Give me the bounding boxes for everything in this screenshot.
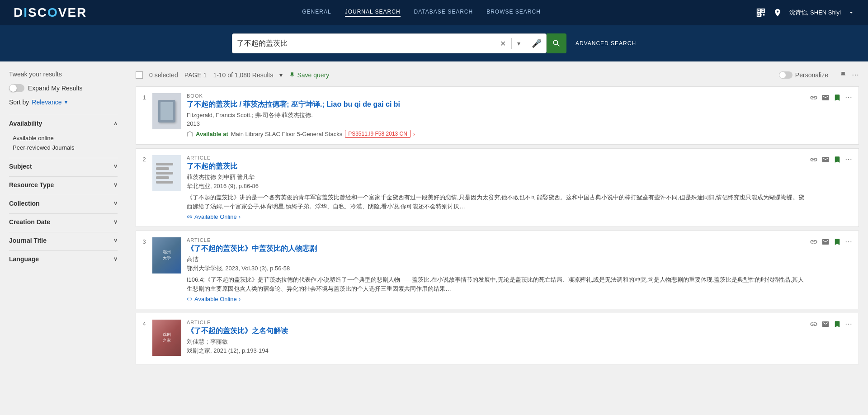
- resource-type-chevron-icon: ∨: [113, 182, 118, 188]
- subject-filter-title[interactable]: Subject ∨: [9, 158, 118, 174]
- bookmark-icon[interactable]: [833, 238, 841, 246]
- nav-browse-search[interactable]: BROWSE SEARCH: [486, 9, 541, 17]
- sort-row: Sort by Relevance ▾: [9, 99, 118, 106]
- result-meta: 鄂州大学学报, 2023, Vol.30 (3), p.56-58: [187, 264, 806, 273]
- subject-filter: Subject ∨: [9, 158, 118, 174]
- result-type: ARTICLE: [187, 155, 806, 160]
- save-query-button[interactable]: Save query: [289, 71, 329, 79]
- result-meta: 戏剧之家, 2021 (12), p.193-194: [187, 347, 806, 355]
- journal-title-filter-title[interactable]: Journal Title ∨: [9, 232, 118, 249]
- collection-chevron-icon: ∨: [113, 200, 118, 207]
- result-thumbnail: 戏剧之家: [152, 320, 181, 356]
- bookmark-icon[interactable]: [833, 156, 841, 164]
- search-scope-dropdown[interactable]: ▾: [517, 40, 520, 47]
- search-divider: [511, 38, 512, 49]
- clear-icon[interactable]: ✕: [500, 39, 506, 48]
- more-actions-icon[interactable]: ⋯: [845, 155, 852, 164]
- avail-label: Available at: [196, 131, 228, 137]
- collection-label: Collection: [9, 200, 40, 207]
- nav-general[interactable]: GENERAL: [302, 9, 331, 17]
- search-button[interactable]: [547, 33, 566, 53]
- select-all-checkbox[interactable]: [136, 71, 143, 79]
- microphone-icon[interactable]: 🎤: [532, 38, 542, 48]
- main-content: Tweak your results Expand My Results Sor…: [0, 61, 868, 415]
- sort-value[interactable]: Relevance: [32, 99, 61, 106]
- result-actions: ⋯: [810, 155, 852, 164]
- personalize-row: Personalize: [779, 71, 828, 79]
- svg-rect-8: [761, 15, 762, 16]
- bookmark-icon[interactable]: [833, 320, 841, 328]
- result-title[interactable]: 了不起的盖茨比: [187, 162, 806, 171]
- result-title[interactable]: 《了不起的盖茨比》之名句解读: [187, 326, 806, 336]
- availability-filter-title[interactable]: Availability ∧: [9, 115, 118, 132]
- more-actions-icon[interactable]: ⋯: [845, 93, 852, 102]
- journal-title-label: Journal Title: [9, 237, 47, 244]
- call-number: PS3511.I9 F58 2013 CN: [345, 130, 410, 138]
- link-icon[interactable]: [810, 94, 818, 102]
- email-icon[interactable]: [821, 156, 830, 164]
- collection-filter-title[interactable]: Collection ∨: [9, 195, 118, 212]
- expand-toggle[interactable]: [9, 84, 24, 92]
- result-number: 2: [136, 155, 152, 163]
- available-online-arrow: ›: [239, 213, 241, 220]
- advanced-search-link[interactable]: ADVANCED SEARCH: [576, 40, 636, 47]
- language-filter-title[interactable]: Language ∨: [9, 250, 118, 267]
- toggle-knob: [9, 85, 17, 92]
- thumb-line: [156, 181, 173, 184]
- user-name[interactable]: 沈诗怡, SHEN Shiyi: [789, 9, 841, 17]
- sort-chevron-icon[interactable]: ▾: [65, 99, 67, 105]
- svg-rect-3: [762, 10, 764, 12]
- qr-icon[interactable]: [756, 8, 766, 18]
- link-small-icon: [187, 296, 193, 302]
- language-chevron-icon: ∨: [113, 256, 118, 262]
- result-authors: Fitzgerald, Francis Scott.; 弗·司各特·菲茨杰拉德.: [187, 111, 806, 119]
- link-icon[interactable]: [810, 238, 818, 246]
- sidebar: Tweak your results Expand My Results Sor…: [0, 61, 127, 415]
- availability-items: Available online Peer-reviewed Journals: [9, 132, 118, 156]
- results-area: 0 selected PAGE 1 1-10 of 1,080 Results …: [127, 61, 868, 415]
- chevron-down-icon[interactable]: [848, 9, 854, 16]
- header-right: 沈诗怡, SHEN Shiyi: [756, 8, 854, 18]
- result-card: 4 戏剧之家 ARTICLE 《了不起的盖茨比》之名句解读 刘佳慧；李丽敏 戏剧…: [136, 313, 859, 364]
- more-options-icon[interactable]: ⋯: [852, 71, 859, 79]
- result-actions: ⋯: [810, 237, 852, 246]
- link-small-icon: [187, 214, 193, 220]
- language-label: Language: [9, 255, 39, 263]
- thumb-line: [156, 172, 173, 174]
- email-icon[interactable]: [821, 238, 830, 246]
- result-type: ARTICLE: [187, 320, 806, 325]
- search-icons: ✕ ▾ 🎤: [500, 38, 542, 49]
- more-actions-icon[interactable]: ⋯: [845, 237, 852, 246]
- availability-online[interactable]: Available online: [13, 133, 118, 143]
- result-actions: ⋯: [810, 320, 852, 328]
- resource-type-filter-title[interactable]: Resource Type ∨: [9, 176, 118, 193]
- available-online-link[interactable]: Available Online ›: [187, 213, 806, 220]
- header: DISCOVER GENERAL JOURNAL SEARCH DATABASE…: [0, 0, 868, 25]
- pin-save-icon: [289, 72, 295, 78]
- result-abstract: 《了不起的盖茨比》讲的是一个各穷英俊的青年军官盖茨比曾经和一个富家千金黛西有过一…: [187, 193, 806, 211]
- logo: DISCOVER: [14, 5, 87, 20]
- email-icon[interactable]: [821, 94, 830, 102]
- avail-location[interactable]: Main Library SLAC Floor 5-General Stacks: [231, 131, 342, 137]
- result-title[interactable]: 《了不起的盖茨比》中盖茨比的人物悲剧: [187, 244, 806, 254]
- personalize-toggle[interactable]: [779, 71, 793, 79]
- available-online-link[interactable]: Available Online ›: [187, 296, 806, 302]
- link-icon[interactable]: [810, 156, 818, 164]
- toolbar-icons: ⋯: [839, 71, 859, 79]
- search-bar-container: ✕ ▾ 🎤 ADVANCED SEARCH: [0, 25, 868, 61]
- creation-date-filter-title[interactable]: Creation Date ∨: [9, 213, 118, 230]
- availability-peer-reviewed[interactable]: Peer-reviewed Journals: [13, 143, 118, 152]
- bookmark-icon[interactable]: [833, 94, 841, 102]
- search-divider2: [526, 38, 526, 49]
- link-icon[interactable]: [810, 320, 818, 328]
- result-title[interactable]: 了不起的盖茨比 / 菲茨杰拉德著; 巫宁坤译.; Liao bu qi de g…: [187, 100, 806, 109]
- search-input[interactable]: [237, 39, 500, 47]
- pin-icon[interactable]: [773, 8, 782, 17]
- pin-toolbar-icon[interactable]: [839, 71, 847, 79]
- results-count-dropdown[interactable]: ▾: [279, 71, 283, 79]
- nav-database-search[interactable]: DATABASE SEARCH: [414, 9, 473, 17]
- email-icon[interactable]: [821, 320, 830, 328]
- more-actions-icon[interactable]: ⋯: [845, 320, 852, 328]
- personalize-label: Personalize: [795, 71, 828, 79]
- nav-journal-search[interactable]: JOURNAL SEARCH: [345, 9, 401, 17]
